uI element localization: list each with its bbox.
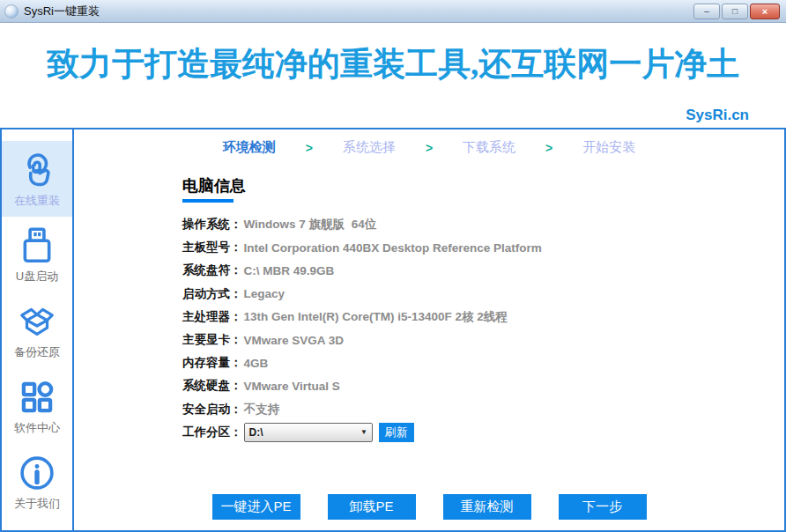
info-value: Intel Corporation 440BX Desktop Referenc… xyxy=(244,241,542,255)
info-value: Windows 7 旗舰版 64位 xyxy=(244,217,377,233)
info-value: C:\ MBR 49.9GB xyxy=(244,264,335,277)
step-download-system: 下载系统 > xyxy=(463,139,582,156)
step-start-install: 开始安装 > xyxy=(582,139,635,156)
info-label: 主处理器： xyxy=(182,309,242,325)
titlebar[interactable]: SysRi一键重装 – □ × xyxy=(0,0,786,23)
info-label: 系统盘符： xyxy=(182,262,242,278)
step-label: 系统选择 xyxy=(343,139,396,156)
work-partition-row: 工作分区： D:\ ▼ 刷新 xyxy=(182,421,784,444)
uninstall-pe-button[interactable]: 卸载PE xyxy=(328,494,416,520)
info-label: 操作系统： xyxy=(182,217,242,233)
computer-info-list: 操作系统： Windows 7 旗舰版 64位 主板型号： Intel Corp… xyxy=(182,213,784,421)
computer-info-section: 电脑信息 操作系统： Windows 7 旗舰版 64位 主板型号： Intel… xyxy=(182,175,784,444)
window-title: SysRi一键重装 xyxy=(24,4,100,19)
usb-drive-icon xyxy=(17,225,57,266)
section-title: 电脑信息 xyxy=(182,175,784,196)
step-label: 环境检测 xyxy=(223,139,276,156)
refresh-button[interactable]: 刷新 xyxy=(379,423,414,442)
info-label: 内存容量： xyxy=(182,355,242,371)
info-label: 系统硬盘： xyxy=(182,378,242,394)
site-url: SysRi.cn xyxy=(686,107,749,124)
steps-bar: 环境检测 > 系统选择 > 下载系统 > 开始安装 xyxy=(74,139,784,156)
enter-pe-button[interactable]: 一键进入PE xyxy=(212,494,300,520)
main-content: 环境检测 > 系统选择 > 下载系统 > 开始安装 xyxy=(74,129,784,530)
sidebar-item-label: 关于我们 xyxy=(14,496,60,512)
sidebar-item-label: 在线重装 xyxy=(14,193,60,209)
sidebar-item-backup-restore[interactable]: 备份还原 xyxy=(2,292,72,368)
info-row: 系统硬盘： VMware Virtual S xyxy=(182,374,784,397)
step-chevron-icon: > xyxy=(545,141,552,155)
app-window: SysRi一键重装 – □ × 致力于打造最纯净的重装工具,还互联网一片净土 S… xyxy=(0,0,786,532)
step-system-select: 系统选择 > xyxy=(343,139,463,156)
sidebar-item-label: 备份还原 xyxy=(14,344,60,360)
info-row: 安全启动： 不支持 xyxy=(182,398,784,421)
next-step-button[interactable]: 下一步 xyxy=(559,494,647,520)
header-banner: 致力于打造最纯净的重装工具,还互联网一片净土 SysRi.cn xyxy=(0,23,786,128)
info-value: 4GB xyxy=(244,357,269,370)
footer-actions: 一键进入PE 卸载PE 重新检测 下一步 xyxy=(74,494,784,520)
step-label: 开始安装 xyxy=(582,139,635,156)
info-label: 主要显卡： xyxy=(182,332,242,348)
step-env-check: 环境检测 > xyxy=(223,139,343,156)
info-row: 内存容量： 4GB xyxy=(182,351,784,374)
sidebar-item-online-reinstall[interactable]: 在线重装 xyxy=(2,141,72,217)
info-label: 启动方式： xyxy=(182,286,242,302)
backup-box-icon xyxy=(17,301,57,342)
close-button[interactable]: × xyxy=(750,4,780,19)
minimize-button[interactable]: – xyxy=(693,4,720,19)
info-row: 操作系统： Windows 7 旗舰版 64位 xyxy=(182,213,784,236)
info-value: 13th Gen Intel(R) Core(TM) i5-13400F 2核 … xyxy=(244,309,508,325)
info-circle-icon xyxy=(17,453,57,493)
info-row: 主要显卡： VMware SVGA 3D xyxy=(182,329,784,351)
sidebar-item-usb-boot[interactable]: U盘启动 xyxy=(2,217,72,292)
info-row: 主板型号： Intel Corporation 440BX Desktop Re… xyxy=(182,236,784,259)
step-chevron-icon: > xyxy=(426,141,433,155)
sidebar-item-about-us[interactable]: 关于我们 xyxy=(2,444,72,520)
sidebar-item-software-center[interactable]: 软件中心 xyxy=(2,368,72,444)
maximize-button[interactable]: □ xyxy=(722,4,748,19)
sidebar-item-label: U盘启动 xyxy=(16,269,58,284)
sidebar-item-label: 软件中心 xyxy=(14,420,60,436)
partition-select[interactable]: D:\ ▼ xyxy=(244,423,373,442)
app-body: 在线重装 U盘启动 备份还原 软件中心 xyxy=(0,128,786,532)
window-controls: – □ × xyxy=(693,4,782,19)
step-chevron-icon: > xyxy=(306,141,313,155)
sidebar: 在线重装 U盘启动 备份还原 软件中心 xyxy=(2,129,74,530)
info-label: 安全启动： xyxy=(182,402,242,417)
info-value: VMware Virtual S xyxy=(244,380,340,393)
info-value: VMware SVGA 3D xyxy=(244,334,345,347)
partition-select-value: D:\ xyxy=(245,426,357,439)
info-row: 主处理器： 13th Gen Intel(R) Core(TM) i5-1340… xyxy=(182,306,784,329)
slogan-text: 致力于打造最纯净的重装工具,还互联网一片净土 xyxy=(0,23,786,86)
info-value: 不支持 xyxy=(244,402,280,417)
chevron-down-icon: ▼ xyxy=(357,428,372,436)
section-title-underline xyxy=(182,199,234,203)
info-label: 主板型号： xyxy=(182,240,242,255)
app-grid-icon xyxy=(17,377,57,417)
app-logo-icon xyxy=(4,4,19,18)
info-value: Legacy xyxy=(244,287,285,300)
info-row: 系统盘符： C:\ MBR 49.9GB xyxy=(182,259,784,282)
work-partition-label: 工作分区： xyxy=(182,425,242,440)
hand-click-refresh-icon xyxy=(17,150,57,190)
recheck-button[interactable]: 重新检测 xyxy=(443,494,531,520)
step-label: 下载系统 xyxy=(463,139,515,156)
info-row: 启动方式： Legacy xyxy=(182,283,784,306)
